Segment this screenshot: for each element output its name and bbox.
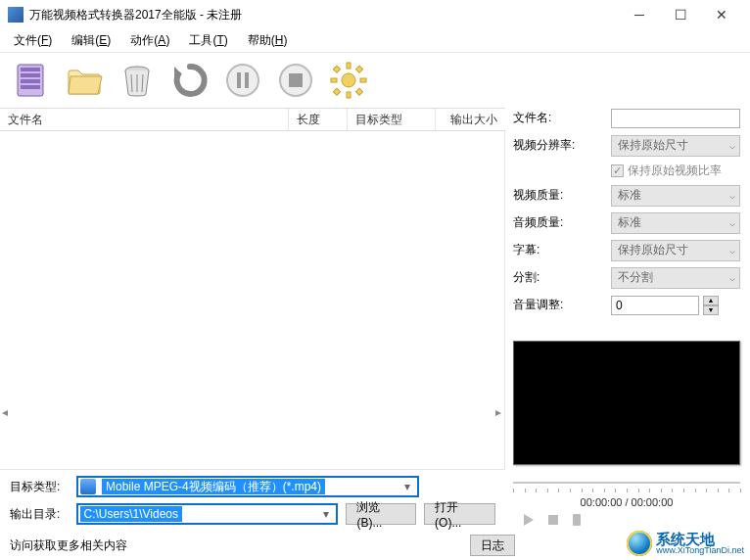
col-tgttype[interactable]: 目标类型 — [348, 109, 436, 130]
svg-rect-10 — [237, 72, 241, 88]
progress-slider[interactable] — [513, 473, 740, 492]
watermark-cn: 系统天地 — [656, 532, 744, 546]
split-label: 分割: — [513, 269, 611, 286]
svg-rect-22 — [333, 88, 340, 95]
svg-rect-23 — [548, 515, 558, 525]
svg-rect-20 — [355, 88, 362, 95]
volume-input[interactable]: 0 — [611, 296, 699, 315]
chevron-down-icon: ⌵ — [729, 190, 735, 201]
delete-button[interactable] — [114, 57, 161, 104]
bottom-form: 目标类型: Mobile MPEG-4视频编码（推荐）(*.mp4) ▾ 输出目… — [0, 469, 505, 531]
subtitle-label: 字幕: — [513, 242, 611, 258]
col-outsize[interactable]: 输出大小 — [436, 109, 505, 130]
close-button[interactable]: ✕ — [701, 1, 742, 28]
log-button[interactable]: 日志 — [470, 535, 515, 556]
svg-rect-4 — [21, 85, 40, 89]
menu-help[interactable]: 帮助(H) — [240, 30, 296, 51]
pause-button[interactable] — [219, 57, 266, 104]
browse-button[interactable]: 浏览(B)... — [346, 503, 416, 525]
video-quality-label: 视频质量: — [513, 187, 611, 204]
svg-rect-16 — [347, 92, 351, 98]
svg-rect-19 — [333, 66, 340, 72]
svg-rect-24 — [573, 514, 581, 526]
spin-down-icon[interactable]: ▼ — [703, 305, 719, 315]
menu-tool[interactable]: 工具(T) — [181, 30, 235, 51]
scroll-left-icon[interactable]: ◂ — [2, 405, 8, 419]
video-format-icon — [80, 479, 96, 494]
keep-ratio-label: 保持原始视频比率 — [628, 163, 722, 179]
spin-up-icon[interactable]: ▲ — [703, 296, 719, 305]
list-header: 文件名 长度 目标类型 输出大小 — [0, 108, 505, 131]
toolbar — [0, 53, 750, 108]
chevron-down-icon: ▾ — [399, 479, 415, 494]
target-type-value: Mobile MPEG-4视频编码（推荐）(*.mp4) — [102, 479, 325, 494]
properties-pane: 文件名: 视频分辨率: 保持原始尺寸⌵ ✓ 保持原始视频比率 视频质量: 标准⌵… — [505, 108, 750, 531]
menu-bar: 文件(F) 编辑(E) 动作(A) 工具(T) 帮助(H) — [0, 29, 750, 53]
chevron-down-icon: ⌵ — [729, 217, 735, 228]
resolution-combo[interactable]: 保持原始尺寸⌵ — [611, 135, 740, 157]
svg-rect-3 — [21, 79, 40, 83]
filename-input[interactable] — [611, 109, 740, 128]
output-dir-label: 输出目录: — [10, 506, 69, 523]
menu-edit[interactable]: 编辑(E) — [64, 30, 118, 51]
svg-rect-21 — [355, 66, 362, 72]
audio-quality-combo[interactable]: 标准⌵ — [611, 212, 740, 234]
svg-rect-2 — [21, 73, 40, 77]
chevron-down-icon: ▾ — [318, 506, 334, 522]
keep-ratio-checkbox[interactable]: ✓ — [611, 164, 624, 177]
time-display: 00:00:00 / 00:00:00 — [513, 496, 740, 508]
open-button[interactable]: 打开(O)... — [424, 503, 495, 525]
menu-action[interactable]: 动作(A) — [122, 30, 177, 51]
target-type-combo[interactable]: Mobile MPEG-4视频编码（推荐）(*.mp4) ▾ — [76, 476, 419, 497]
scroll-right-icon[interactable]: ▸ — [495, 405, 501, 419]
target-type-label: 目标类型: — [10, 479, 69, 495]
svg-point-9 — [227, 65, 258, 96]
svg-rect-1 — [21, 68, 40, 71]
globe-icon — [627, 531, 652, 556]
app-icon — [8, 7, 23, 23]
watermark-en: www.XiTongTianDi.net — [656, 546, 744, 555]
stop-preview-button[interactable] — [546, 513, 560, 530]
split-combo[interactable]: 不分割⌵ — [611, 267, 740, 289]
snapshot-button[interactable] — [570, 512, 584, 531]
svg-point-14 — [342, 73, 355, 87]
menu-file[interactable]: 文件(F) — [6, 30, 60, 51]
window-title: 万能视频格式转换器2017全能版 - 未注册 — [29, 7, 619, 23]
svg-rect-17 — [331, 78, 337, 82]
play-button[interactable] — [521, 512, 537, 531]
more-link[interactable]: 访问获取更多相关内容 — [10, 537, 127, 554]
col-filename[interactable]: 文件名 — [0, 109, 289, 130]
resolution-label: 视频分辨率: — [513, 137, 611, 154]
settings-button[interactable] — [325, 57, 372, 104]
svg-rect-15 — [347, 63, 351, 69]
maximize-button[interactable]: ☐ — [660, 1, 701, 28]
chevron-down-icon: ⌵ — [729, 272, 735, 283]
volume-spinner[interactable]: ▲▼ — [703, 296, 719, 315]
svg-rect-13 — [289, 73, 303, 87]
convert-button[interactable] — [166, 57, 213, 104]
video-preview — [513, 341, 740, 465]
subtitle-combo[interactable]: 保持原始尺寸⌵ — [611, 240, 740, 261]
output-dir-combo[interactable]: C:\Users\1\Videos ▾ — [76, 503, 339, 525]
filename-label: 文件名: — [513, 110, 611, 126]
title-bar: 万能视频格式转换器2017全能版 - 未注册 ─ ☐ ✕ — [0, 0, 750, 29]
svg-rect-11 — [245, 72, 249, 88]
chevron-down-icon: ⌵ — [729, 140, 735, 151]
file-list-pane: 文件名 长度 目标类型 输出大小 ◂ ▸ 目标类型: Mobile MPEG-4… — [0, 108, 505, 531]
output-dir-value: C:\Users\1\Videos — [80, 506, 183, 522]
video-quality-combo[interactable]: 标准⌵ — [611, 185, 740, 207]
add-file-button[interactable] — [8, 57, 55, 104]
stop-button[interactable] — [272, 57, 319, 104]
volume-label: 音量调整: — [513, 297, 611, 313]
file-list[interactable] — [0, 131, 505, 469]
svg-rect-18 — [360, 78, 366, 82]
minimize-button[interactable]: ─ — [619, 1, 660, 28]
watermark: 系统天地 www.XiTongTianDi.net — [627, 531, 744, 556]
col-length[interactable]: 长度 — [289, 109, 348, 130]
add-folder-button[interactable] — [61, 57, 108, 104]
chevron-down-icon: ⌵ — [729, 245, 735, 256]
audio-quality-label: 音频质量: — [513, 214, 611, 231]
